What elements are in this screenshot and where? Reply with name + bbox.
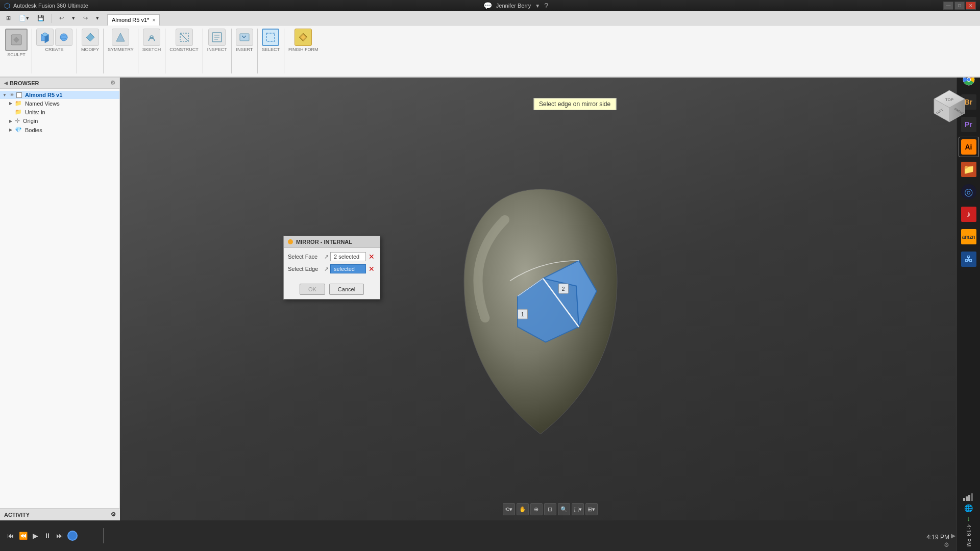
zoom-in-button[interactable]: 🔍 (558, 503, 570, 515)
sidebar-app-extra1[interactable]: 📁 (959, 159, 979, 180)
svg-rect-28 (966, 496, 968, 501)
user-name: Jennifer Berry (496, 3, 531, 9)
chat-icon[interactable]: 💬 (483, 2, 492, 10)
redo-dropdown[interactable]: ▾ (93, 13, 102, 24)
construct-label: CONSTRUCT (169, 47, 199, 52)
activity-settings-icon[interactable]: ⚙ (111, 511, 116, 518)
grid-button[interactable]: ⊞▾ (585, 503, 598, 515)
user-dropdown-icon[interactable]: ▼ (535, 3, 540, 9)
download-icon: ↓ (967, 514, 970, 522)
settings-icon[interactable]: ⚙ (944, 541, 949, 548)
browser-panel: ◀ BROWSER ⚙ ▼ 👁 Almond R5 v1 ▶ 📁 Named V… (0, 78, 120, 520)
insert-label: INSERT (236, 47, 253, 52)
tree-item-origin[interactable]: ▶ ✛ Origin (0, 116, 119, 126)
sep-sketch-construct (165, 29, 165, 73)
toolbar-top-row: ⊞ 📄▾ 💾 ↩ ▾ ↪ ▾ Almond R5 v1* × (0, 11, 980, 26)
titlebar: ⬡ Autodesk Fusion 360 Ultimate 💬 Jennife… (0, 0, 980, 11)
tab-label: Almond R5 v1* (112, 17, 149, 23)
tree-item-units[interactable]: ▶ 📁 Units: in (0, 108, 119, 116)
tooltip-text: Select edge on mirror side (539, 101, 610, 108)
app-logo-icon: ⬡ (4, 2, 10, 10)
activity-title: ACTIVITY (4, 512, 30, 518)
modify-section: MODIFY (78, 27, 102, 76)
file-open-button[interactable]: 📄▾ (16, 13, 32, 24)
tree-item-named-views[interactable]: ▶ 📁 Named Views (0, 99, 119, 108)
view-cube[interactable]: TOP LEFT FRONT (929, 88, 970, 129)
browser-settings-icon[interactable]: ⚙ (110, 80, 115, 86)
sidebar-app-network[interactable]: 🖧 (959, 249, 979, 269)
toolbar: ⊞ 📄▾ 💾 ↩ ▾ ↪ ▾ Almond R5 v1* × SCULPT (0, 11, 980, 78)
playback-controls: ⏮ ⏪ ▶ ⏸ ⏭ (6, 528, 106, 543)
select-face-value[interactable]: 2 selected (330, 252, 366, 261)
select-button[interactable] (262, 29, 279, 46)
close-button[interactable]: ✕ (966, 2, 976, 10)
clear-edge-button[interactable]: ✕ (368, 265, 376, 273)
select-face-label: Select Face (288, 254, 324, 260)
tree-item-root[interactable]: ▼ 👁 Almond R5 v1 (0, 91, 119, 99)
skip-end-button[interactable]: ⏭ (55, 531, 64, 540)
svg-rect-30 (971, 493, 973, 501)
document-tab[interactable]: Almond R5 v1* × (107, 14, 160, 26)
display-mode-button[interactable]: ⬚▾ (572, 503, 584, 515)
almond-shape-svg (444, 179, 638, 444)
ok-button[interactable]: OK (300, 284, 325, 295)
redo-button[interactable]: ↪ (80, 13, 91, 24)
save-button[interactable]: 💾 (34, 13, 47, 24)
sidebar-app-extra2[interactable]: ◎ (959, 182, 979, 202)
tree-arrow-bodies: ▶ (8, 128, 13, 133)
skip-start-button[interactable]: ⏮ (6, 531, 15, 540)
tooltip: Select edge on mirror side (533, 98, 616, 110)
minimize-button[interactable]: — (943, 2, 953, 10)
create-box-button[interactable] (36, 29, 54, 46)
construct-button[interactable] (176, 29, 193, 46)
zoom-fit-button[interactable]: ⊡ (544, 503, 556, 515)
clear-face-button[interactable]: ✕ (368, 253, 376, 261)
sidebar-app-music[interactable]: ♪ (959, 204, 979, 224)
insert-section: INSERT (233, 27, 256, 76)
checkbox-root[interactable] (16, 92, 22, 98)
cancel-button[interactable]: Cancel (329, 284, 364, 295)
svg-marker-4 (116, 33, 125, 41)
network-icon2: 🌐 (964, 504, 973, 512)
sidebar-app-amazon[interactable]: amzn (959, 227, 979, 247)
select-label: SELECT (262, 47, 280, 52)
tree-item-bodies[interactable]: ▶ 💎 Bodies (0, 126, 119, 134)
orbit-button[interactable]: ⟲▾ (503, 503, 515, 515)
symmetry-section: SYMMETRY (105, 27, 137, 76)
status-arrow-right[interactable]: ▶ (951, 532, 955, 539)
finish-form-label: FINISH FORM (288, 47, 318, 52)
prev-frame-button[interactable]: ⏪ (18, 531, 28, 540)
extra1-icon: 📁 (961, 162, 976, 177)
pause-button[interactable]: ⏸ (43, 531, 52, 540)
select-section: SELECT (259, 27, 283, 76)
titlebar-controls: — □ ✕ (943, 2, 976, 10)
sculpt-button[interactable] (5, 29, 28, 51)
sketch-icons (143, 29, 160, 46)
viewport[interactable]: Select edge on mirror side (120, 78, 980, 520)
browser-collapse-icon[interactable]: ◀ (4, 81, 8, 86)
select-edge-value[interactable]: selected (330, 264, 366, 273)
finish-form-button[interactable] (295, 29, 312, 46)
close-tab-button[interactable]: × (152, 17, 155, 23)
help-icon[interactable]: ? (544, 2, 548, 10)
insert-button[interactable] (236, 29, 253, 46)
undo-button[interactable]: ↩ (56, 13, 67, 24)
grid-menu-button[interactable]: ⊞ (3, 13, 14, 24)
play-button[interactable]: ▶ (31, 531, 40, 540)
music-icon: ♪ (961, 207, 976, 222)
create-sphere-button[interactable] (55, 29, 72, 46)
amazon-icon: amzn (961, 229, 976, 244)
dialog-footer: OK Cancel (284, 281, 380, 299)
undo-dropdown[interactable]: ▾ (69, 13, 78, 24)
sketch-button[interactable] (143, 29, 160, 46)
symmetry-button[interactable] (112, 29, 129, 46)
svg-point-26 (967, 78, 970, 81)
modify-button[interactable] (82, 29, 99, 46)
maximize-button[interactable]: □ (954, 2, 965, 10)
inspect-button[interactable] (208, 29, 226, 46)
sidebar-app-illustrator[interactable]: Ai (959, 137, 979, 157)
select-icons (262, 29, 279, 46)
pan-button[interactable]: ✋ (517, 503, 529, 515)
illustrator-icon: Ai (961, 139, 976, 155)
pan-button2[interactable]: ⊕ (530, 503, 543, 515)
